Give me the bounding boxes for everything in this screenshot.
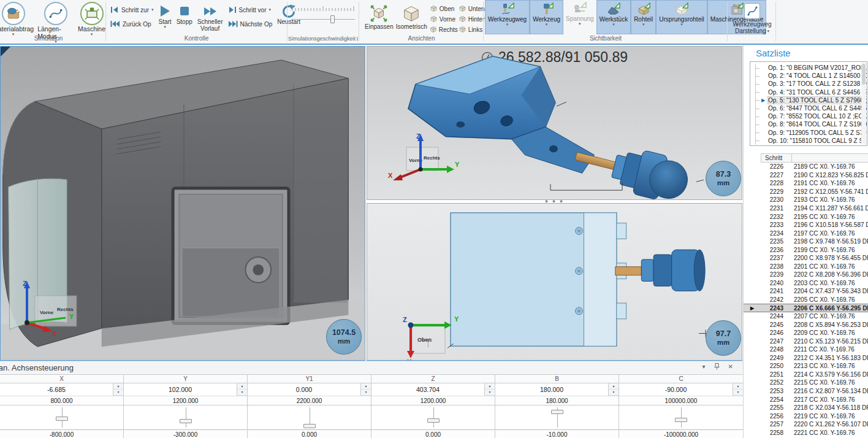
toggle-werkzeugweg[interactable]: Werkzeugweg▾ — [485, 0, 530, 34]
step-row[interactable]: ▶ 2238 2201 CC X0. Y-169.76 — [744, 263, 868, 271]
axis-c-spinner[interactable]: ▲▼ — [733, 383, 743, 396]
axis-z-spinner[interactable]: ▲▼ — [484, 383, 495, 396]
step-row[interactable]: ▶ 2258 2221 CC X0. Y-169.76 — [744, 429, 868, 437]
axis-x-slider[interactable] — [0, 405, 123, 429]
step-row[interactable]: ▶ 2254 2217 CC X0. Y-169.76 — [744, 395, 868, 404]
axis-c-slider-handle[interactable] — [675, 418, 687, 422]
step-row[interactable]: ▶ 2244 2207 CC X0. Y-169.76 — [744, 312, 868, 321]
step-row[interactable]: ▶ 2253 2216 C X2.807 Y-56.134 DR+ R0 — [744, 387, 868, 396]
ops-scrollbar[interactable] — [861, 63, 866, 145]
naechste-op-button[interactable]: Nächste Op — [228, 19, 273, 29]
axis-x-spinner[interactable]: ▲▼ — [113, 383, 123, 396]
step-row[interactable]: ▶ 2227 2190 C X12.823 Y-56.825 DR+ R0 — [744, 171, 868, 180]
schritt-vor-button[interactable]: Schritt vor▾ — [228, 5, 273, 15]
operation-item[interactable]: ▶ Op. 6: "8447 TOOL CALL 6 Z S4456 ;ECKM — [750, 104, 867, 112]
step-row[interactable]: ▶ 2243 2206 C X6.666 Y-56.295 DR+ R0 — [744, 304, 868, 312]
view-direction-button[interactable]: Rechts — [430, 25, 458, 34]
step-row[interactable]: ▶ 2228 2191 CC X0. Y-169.76 — [744, 179, 868, 188]
dialog-launcher-icon[interactable] — [357, 36, 358, 41]
step-row[interactable]: ▶ 2252 2215 CC X0. Y-169.76 — [744, 378, 868, 387]
step-row[interactable]: ▶ 2251 2214 C X3.579 Y-56.156 DR+ R0 — [744, 371, 868, 379]
step-row[interactable]: ▶ 2233 2196 C X10.518 Y-56.587 DR+ R0 — [744, 221, 868, 229]
axis-b-slider[interactable] — [495, 405, 619, 429]
step-row[interactable]: ▶ 2250 2213 CC X0. Y-169.76 — [744, 362, 868, 371]
machine-3d-viewport[interactable]: Vorne Rechts Z X Y 1074.5mm — [0, 46, 365, 361]
speed-slider-thumb[interactable] — [330, 15, 335, 23]
close-icon[interactable]: ✕ — [728, 363, 733, 370]
viewport-splitter[interactable]: ● ● ● — [367, 199, 742, 203]
einpassen-button[interactable]: Einpassen — [365, 0, 394, 34]
toggle-spannung[interactable]: Spannung▾ — [563, 0, 596, 34]
step-row[interactable]: ▶ 2232 2195 CC X0. Y-169.76 — [744, 212, 868, 221]
axis-b-slider-handle[interactable] — [551, 410, 563, 414]
axis-c-value-input[interactable]: -90.000 — [619, 383, 733, 396]
step-row[interactable]: ▶ 2241 2204 C X7.437 Y-56.343 DR+ R0 — [744, 287, 868, 296]
step-row[interactable]: ▶ 2239 2202 C X8.208 Y-56.396 DR+ R0 — [744, 271, 868, 279]
toggle-werkstueck[interactable]: Werkstück▾ — [596, 0, 631, 34]
step-row[interactable]: ▶ 2240 2203 CC X0. Y-169.76 — [744, 279, 868, 288]
axis-y1-slider-handle[interactable] — [303, 424, 316, 428]
speed-slider[interactable] — [291, 15, 355, 24]
axis-x-slider-handle[interactable] — [56, 417, 68, 421]
axis-y-spinner[interactable]: ▲▼ — [237, 383, 247, 396]
isometrisch-button[interactable]: Isometrisch — [396, 0, 427, 34]
axis-y-slider[interactable] — [124, 405, 247, 429]
zurueck-op-button[interactable]: Zurück Op — [110, 19, 154, 29]
axis-z-slider-handle[interactable] — [427, 418, 440, 423]
operation-item[interactable]: ▶ Op. 3: "17 TOOL CALL 2 Z S1238 ;HIPER-… — [750, 80, 867, 88]
step-row[interactable]: ▶ 2235 2198 C X9.748 Y-56.519 DR+ R0 — [744, 237, 868, 246]
toggle-werkzeug[interactable]: Werkzeug▾ — [530, 0, 563, 34]
step-row[interactable]: ▶ 2249 2212 C X4.351 Y-56.183 DR+ R0 — [744, 354, 868, 363]
operation-item[interactable]: ▶ Op. 7: "8552 TOOL CALL 10 Z ;ECKMESSER — [750, 112, 867, 120]
operation-item[interactable]: ▶ Op. 9: "112905 TOOL CALL 5 Z S7957 ;VH… — [750, 129, 867, 137]
step-row[interactable]: ▶ 2242 2205 CC X0. Y-169.76 — [744, 296, 868, 304]
part-iso-viewport[interactable]: 26 582.88/91 050.89 Vorne Rechts — [367, 46, 742, 200]
step-row[interactable]: ▶ 2256 2219 CC X0. Y-169.76 — [744, 412, 868, 420]
step-row[interactable]: ▶ 2245 2208 C X5.894 Y-56.253 DR+ R0 — [744, 320, 868, 329]
view-direction-button[interactable]: Unten — [459, 4, 487, 13]
toggle-rohteil[interactable]: Rohteil▾ — [631, 0, 656, 34]
operation-item[interactable]: ▶ Op. 2: "4 TOOL CALL 1 Z S14500 ;COX-BO — [750, 72, 867, 80]
step-row[interactable]: ▶ 2231 2194 C X11.287 Y-56.661 DR+ R0 — [744, 204, 868, 213]
axis-c-slider[interactable] — [619, 405, 743, 429]
step-row[interactable]: ▶ 2248 2211 CC X0. Y-169.76 — [744, 345, 868, 354]
step-row[interactable]: ▶ 2255 2218 C X2.034 Y-56.118 DR+ R0 — [744, 404, 868, 412]
view-direction-button[interactable]: Links — [459, 25, 487, 34]
step-row[interactable]: ▶ 2236 2199 CC X0. Y-169.76 — [744, 245, 868, 254]
axis-y-value-input[interactable]: 102.000 — [124, 383, 237, 396]
werkzeugweg-darstellung-button[interactable]: Werkzeugweg Darstellung▾ — [728, 0, 776, 34]
view-direction-button[interactable]: Oben — [430, 4, 458, 13]
operation-item[interactable]: ▶ Op. 1: "0 BEGIN PGM V2017_ROLLOUT MM — [750, 64, 867, 72]
step-row[interactable]: ▶ 2230 2193 CC X0. Y-169.76 — [744, 196, 868, 204]
operation-item[interactable]: ▶ Op. 5: "130 TOOL CALL 5 Z S7960 ;VHM-F… — [750, 96, 867, 104]
step-row[interactable]: ▶ 2257 2220 C X1.262 Y-56.107 DR+ R0 — [744, 420, 868, 429]
axis-x-value-input[interactable]: -6.685 — [0, 383, 113, 396]
ops-scrollbar-thumb[interactable] — [862, 64, 866, 85]
schritt-zurueck-button[interactable]: Schritt zur▾ — [110, 5, 154, 15]
axis-y1-spinner[interactable]: ▲▼ — [360, 383, 371, 396]
axis-b-spinner[interactable]: ▲▼ — [608, 383, 619, 396]
axis-z-value-input[interactable]: 403.704 — [371, 383, 484, 396]
panel-menu-caret-icon[interactable]: ▾ — [702, 363, 706, 370]
axis-b-value-input[interactable]: 180.000 — [495, 383, 608, 396]
toggle-ursprungsrohteil[interactable]: Ursprungsrohteil▾ — [656, 0, 707, 34]
operation-item[interactable]: ▶ Op. 8: "8614 TOOL CALL 7 Z S19098 ;VHM — [750, 120, 867, 128]
view-direction-button[interactable]: Hinten — [459, 14, 487, 24]
step-row[interactable]: ▶ 2237 2200 C X8.978 Y-56.455 DR+ R0 — [744, 254, 868, 263]
pin-icon[interactable] — [714, 363, 720, 370]
stopp-button[interactable]: Stopp — [177, 0, 192, 32]
axis-z-slider[interactable] — [371, 405, 495, 429]
operation-item[interactable]: ▶ Op. 10: "115810 TOOL CALL 9 Z S10080 ;… — [750, 137, 867, 145]
operation-item[interactable]: ▶ Op. 4: "31 TOOL CALL 6 Z S4456 ;ECKMES — [750, 88, 867, 96]
axis-y-slider-handle[interactable] — [180, 419, 192, 423]
axis-y1-value-input[interactable]: 0.000 — [248, 383, 360, 396]
step-row[interactable]: ▶ 2247 2210 C X5.123 Y-56.215 DR+ R0 — [744, 337, 868, 345]
schneller-vorlauf-button[interactable]: Schneller Vorlauf — [197, 0, 223, 32]
axis-y1-slider[interactable] — [248, 405, 371, 429]
step-row[interactable]: ▶ 2229 2192 C X12.055 Y-56.741 DR+ R0 — [744, 188, 868, 196]
step-row[interactable]: ▶ 2226 2189 CC X0. Y-169.76 — [744, 163, 868, 171]
view-direction-button[interactable]: Vorne — [430, 14, 458, 24]
start-button[interactable]: Start ▾ — [159, 0, 172, 32]
step-row[interactable]: ▶ 2246 2209 CC X0. Y-169.76 — [744, 329, 868, 337]
part-top-viewport[interactable]: Oben Y X Z 97.7mm — [367, 203, 742, 361]
